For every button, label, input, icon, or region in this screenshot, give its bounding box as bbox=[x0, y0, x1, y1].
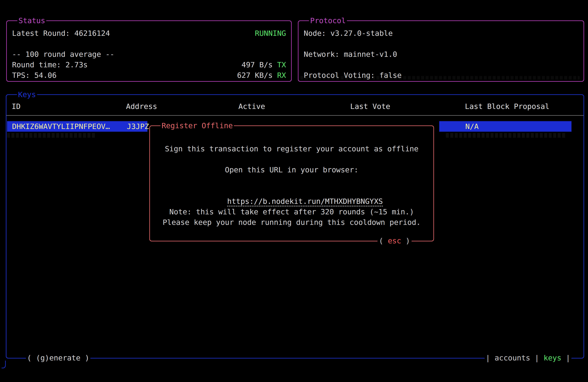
tab-separator: | bbox=[566, 353, 570, 363]
esc-paren-open: ( bbox=[379, 235, 383, 246]
tab-accounts[interactable]: accounts bbox=[495, 353, 530, 363]
node-version-text: Node: v3.27.0-stable bbox=[304, 28, 393, 39]
column-header-active: Active bbox=[238, 101, 265, 112]
node-state-badge: RUNNING bbox=[255, 28, 286, 39]
modal-url-instruction: Open this URL in your browser: bbox=[150, 165, 433, 175]
dim-artifact bbox=[446, 133, 567, 138]
tab-separator: | bbox=[535, 353, 539, 363]
status-panel-title: Status bbox=[17, 15, 46, 26]
esc-key-label: esc bbox=[388, 235, 401, 246]
tx-rate-label: TX bbox=[277, 60, 286, 70]
tab-bar: | accounts | keys | bbox=[484, 353, 571, 363]
column-header-id: ID bbox=[12, 101, 21, 112]
protocol-panel: Protocol Node: v3.27.0-stable Network: m… bbox=[298, 21, 584, 82]
border-glyph-artifact bbox=[1, 361, 10, 370]
tx-rate-value: 497 B/s bbox=[242, 60, 273, 70]
keys-panel-title: Keys bbox=[17, 89, 37, 100]
latest-round-text: Latest Round: 46216124 bbox=[12, 28, 110, 39]
generate-button[interactable]: ( (g)enerate ) bbox=[26, 353, 90, 363]
table-row-selected-right[interactable]: N/A bbox=[439, 121, 571, 132]
dim-artifact bbox=[300, 76, 580, 80]
register-offline-modal: Register Offline Sign this transaction t… bbox=[149, 126, 434, 241]
rx-rate-value: 627 KB/s bbox=[237, 70, 273, 81]
round-time-text: Round time: 2.73s bbox=[12, 60, 88, 70]
tab-separator: | bbox=[486, 353, 490, 363]
esc-button[interactable]: ( esc ) bbox=[378, 235, 412, 246]
column-header-last-vote: Last Vote bbox=[350, 101, 390, 112]
tx-rate-row: 497 B/s TX bbox=[242, 60, 286, 70]
round-average-header: -- 100 round average -- bbox=[12, 49, 114, 60]
modal-note-line2: Please keep your node running during thi… bbox=[150, 217, 433, 228]
table-row-selected[interactable]: DHKIZ6WAVTYLIIPNFPEOV… J3JPZ bbox=[7, 121, 147, 132]
column-header-last-block-proposal: Last Block Proposal bbox=[465, 101, 549, 112]
tab-keys[interactable]: keys bbox=[544, 353, 562, 363]
modal-message: Sign this transaction to register your a… bbox=[150, 144, 433, 154]
dim-artifact bbox=[7, 133, 96, 138]
modal-title: Register Offline bbox=[160, 120, 234, 131]
row-last-block-proposal-cell: N/A bbox=[465, 121, 479, 132]
protocol-panel-title: Protocol bbox=[309, 15, 347, 26]
row-id-cell: DHKIZ6WAVTYLIIPNFPEOV… bbox=[12, 121, 110, 132]
network-text: Network: mainnet-v1.0 bbox=[304, 49, 397, 60]
rx-rate-row: 627 KB/s RX bbox=[237, 70, 286, 81]
signing-url-link[interactable]: https://b.nodekit.run/MTHXDHYBNGYXS bbox=[227, 197, 383, 206]
header-separator bbox=[6, 115, 584, 116]
row-address-cell: J3JPZ bbox=[127, 121, 149, 132]
rx-rate-label: RX bbox=[277, 70, 286, 81]
modal-note-line1: Note: this will take effect after 320 ro… bbox=[150, 207, 433, 217]
esc-paren-close: ) bbox=[406, 235, 410, 246]
tps-text: TPS: 54.06 bbox=[12, 70, 57, 81]
column-header-address: Address bbox=[126, 101, 157, 112]
status-panel: Status Latest Round: 46216124 RUNNING --… bbox=[6, 21, 292, 82]
terminal-screen: Status Latest Round: 46216124 RUNNING --… bbox=[0, 0, 588, 382]
